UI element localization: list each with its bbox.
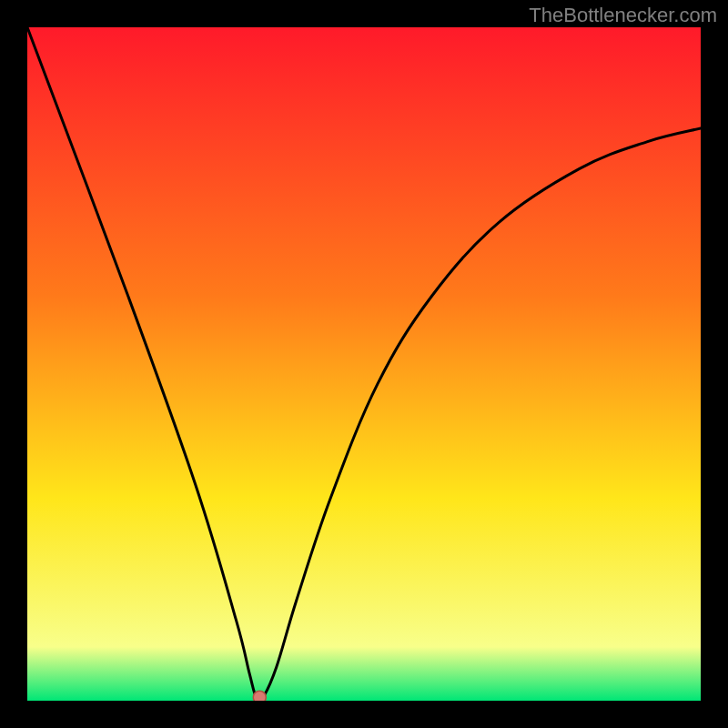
minimum-marker xyxy=(253,691,266,701)
gradient-background xyxy=(27,27,701,701)
plot-area xyxy=(27,27,701,701)
watermark-text: TheBottlenecker.com xyxy=(529,4,717,27)
chart-svg xyxy=(27,27,701,701)
chart-frame: TheBottlenecker.com xyxy=(0,0,728,728)
